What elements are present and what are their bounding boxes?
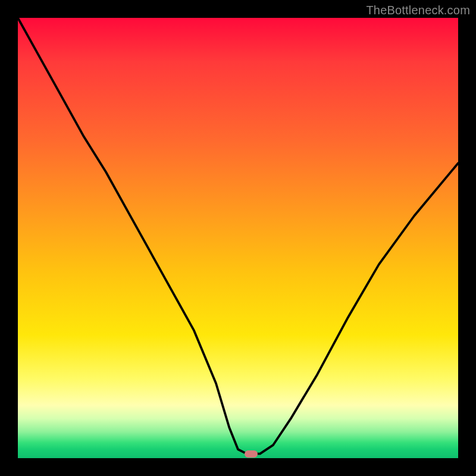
plot-area (18, 18, 458, 458)
watermark-text: TheBottleneck.com (366, 4, 470, 17)
chart-frame: TheBottleneck.com (0, 0, 476, 476)
heat-gradient (18, 18, 458, 458)
optimal-marker (245, 450, 258, 458)
